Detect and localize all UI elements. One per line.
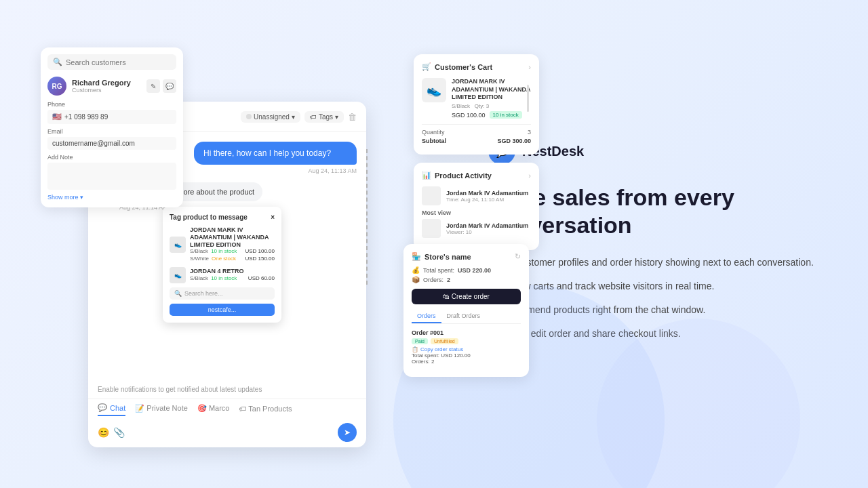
cart-item: 👟 JORDAN MARK IV ADAMANTIUM | WAKANDA LI… xyxy=(422,78,531,119)
most-view-info: Jordan Mark IV Adamantium Viewer: 10 xyxy=(446,222,531,235)
cart-chevron[interactable]: › xyxy=(528,63,531,71)
quantity-row: Quantity 3 xyxy=(422,129,531,136)
search-bar[interactable]: 🔍 xyxy=(47,54,176,70)
orders-stat: 📦 Orders: 2 xyxy=(412,276,521,283)
activity-info: Jordan Mark IV Adamantium Time: Aug 24, … xyxy=(446,190,531,203)
assign-button[interactable]: Unassigned ▾ xyxy=(241,111,300,123)
phone-number: +1 098 989 89 xyxy=(64,113,108,121)
feature-item-1: • See customer profiles and order histor… xyxy=(488,256,814,271)
tab-draft-orders[interactable]: Draft Orders xyxy=(441,310,486,323)
cart-panel-title: 🛒 Customer's Cart xyxy=(422,62,492,71)
add-product-button[interactable]: nestcafe... xyxy=(170,304,275,316)
search-icon-popup: 🔍 xyxy=(174,290,182,297)
header-actions: Unassigned ▾ 🏷 Tags ▾ 🗑 xyxy=(241,111,357,123)
refresh-icon[interactable]: ↻ xyxy=(515,252,521,261)
order-item-1: Order #001 Paid Unfulfilled 📋 Copy order… xyxy=(412,329,521,365)
activity-thumb xyxy=(422,186,441,205)
create-order-button[interactable]: 🛍 Create order xyxy=(412,289,521,304)
ui-mockup: 🔍 RG Richard Gregory Customers ✎ 💬 Phone… xyxy=(41,47,420,441)
viewer-count: Viewer: 10 xyxy=(446,229,531,235)
recent-activity-item: Jordan Mark IV Adamantium Time: Aug 24, … xyxy=(422,186,531,205)
tab-marco[interactable]: 🎯 Marco xyxy=(197,403,230,416)
in-stock-badge: 10 in stock xyxy=(490,111,522,119)
tag-product-popup: Tag product to message × 👟 JORDAN MARK I… xyxy=(163,207,281,323)
notify-text: Enable notifications to get notified abo… xyxy=(88,386,366,399)
customer-name: Richard Gregory xyxy=(72,79,131,87)
email-value: customername@gmail.com xyxy=(47,137,176,150)
currency-icon: 💰 xyxy=(412,266,420,274)
cart-item-thumb: 👟 xyxy=(422,78,446,102)
customers-label: Customers xyxy=(72,87,131,94)
send-button[interactable]: ➤ xyxy=(338,423,357,442)
variant-name-1: S/Black xyxy=(190,248,208,254)
cart-panel: 🛒 Customer's Cart › 👟 JORDAN MARK IV ADA… xyxy=(414,54,539,155)
product-name-1: JORDAN MARK IV ADAMANTIUM | WAKANDA LIMI… xyxy=(190,226,275,248)
cart-item-meta: S/Black Qty: 3 xyxy=(452,103,531,109)
order-number: Order #001 xyxy=(412,329,521,336)
product-info-1: JORDAN MARK IV ADAMANTIUM | WAKANDA LIMI… xyxy=(190,226,275,263)
most-view-thumb xyxy=(422,219,441,238)
copy-order-status[interactable]: 📋 Copy order status xyxy=(412,346,521,352)
order-tabs: Orders Draft Orders xyxy=(412,310,521,324)
email-label: Email xyxy=(47,128,176,135)
cart-divider xyxy=(422,124,531,125)
popup-product-2: 👟 JORDAN 4 RETRO S/Black 10 in stock USD… xyxy=(170,267,275,283)
activity-panel-header: 📊 Product Activity › xyxy=(422,171,531,180)
right-panels: 🛒 Customer's Cart › 👟 JORDAN MARK IV ADA… xyxy=(414,54,539,250)
variant-name-2: S/White xyxy=(190,256,209,262)
tab-orders[interactable]: Orders xyxy=(412,310,441,323)
badge-unfulfilled: Unfulfilled xyxy=(431,338,458,344)
tab-chat[interactable]: 💬 Chat xyxy=(98,403,125,416)
action-icons: ✎ 💬 xyxy=(146,79,176,93)
activity-product-name: Jordan Mark IV Adamantium xyxy=(446,190,531,197)
store-header: 🏪 Store's name ↻ xyxy=(412,252,521,261)
tab-private-note[interactable]: 📝 Private Note xyxy=(135,403,188,416)
agent-message: Hi there, how can I help you today? xyxy=(194,142,357,165)
product-thumb-2: 👟 xyxy=(170,267,186,283)
note-label: Add Note xyxy=(47,154,176,161)
feature-text-1: See customer profiles and order history … xyxy=(497,256,814,270)
popup-close[interactable]: × xyxy=(271,214,275,221)
order-badges: Paid Unfulfilled xyxy=(412,338,521,344)
subtotal-row: Subtotal SGD 300.00 xyxy=(422,138,531,144)
most-view-label: Most view xyxy=(422,209,531,216)
variant-stock-2: One stock xyxy=(212,256,236,262)
activity-panel: 📊 Product Activity › Jordan Mark IV Adam… xyxy=(414,163,539,250)
total-spent-stat: 💰 Total spent: USD 220.00 xyxy=(412,266,521,274)
emoji-icon[interactable]: 😊 xyxy=(98,427,109,438)
chat-icon-btn[interactable]: 💬 xyxy=(163,79,176,93)
delete-button[interactable]: 🗑 xyxy=(348,112,357,122)
product-name-2: JORDAN 4 RETRO xyxy=(190,268,275,275)
variant-price-1: USD 100.00 xyxy=(245,248,275,254)
phone-value: 🇺🇸 +1 098 989 89 xyxy=(47,110,176,124)
tags-button[interactable]: 🏷 Tags ▾ xyxy=(304,111,344,123)
variant-name-3: S/Black xyxy=(190,275,208,281)
note-icon-btn[interactable]: ✎ xyxy=(146,79,160,93)
popup-title: Tag product to message × xyxy=(170,214,275,221)
chat-footer: 😊 📎 ➤ xyxy=(88,418,366,447)
order-total-spent: Total spent: USD 120.00 xyxy=(412,352,521,359)
activity-chevron[interactable]: › xyxy=(528,171,531,180)
store-name: 🏪 Store's name xyxy=(412,252,471,261)
search-input[interactable] xyxy=(66,58,171,66)
scrollbar[interactable] xyxy=(527,85,529,112)
popup-search[interactable]: 🔍 Search here... xyxy=(170,287,275,300)
activity-time: Time: Aug 24, 11:10 AM xyxy=(446,197,531,203)
variant-price-2: USD 150.00 xyxy=(245,256,275,262)
attachment-icon[interactable]: 📎 xyxy=(113,427,125,438)
most-view-product-name: Jordan Mark IV Adamantium xyxy=(446,222,531,229)
search-placeholder-text: Search here... xyxy=(184,290,223,297)
cart-item-name: JORDAN MARK IV ADAMANTIUM | WAKANDA LIMI… xyxy=(452,78,531,102)
tab-tag-products[interactable]: 🏷 Total spent:Tan Products xyxy=(239,403,292,416)
orders-icon: 📦 xyxy=(412,276,420,283)
order-orders: Orders: 2 xyxy=(412,359,521,365)
connector-line-v xyxy=(366,149,368,285)
most-view-item: Jordan Mark IV Adamantium Viewer: 10 xyxy=(422,219,531,238)
search-icon: 🔍 xyxy=(53,58,62,66)
note-area[interactable] xyxy=(47,163,176,190)
avatar: RG xyxy=(47,77,66,96)
activity-panel-title: 📊 Product Activity xyxy=(422,171,492,180)
show-more[interactable]: Show more ▾ xyxy=(47,194,176,201)
variant-row-1: S/Black 10 in stock USD 100.00 xyxy=(190,248,275,254)
cart-item-price: SGD 100.00 xyxy=(452,112,486,119)
